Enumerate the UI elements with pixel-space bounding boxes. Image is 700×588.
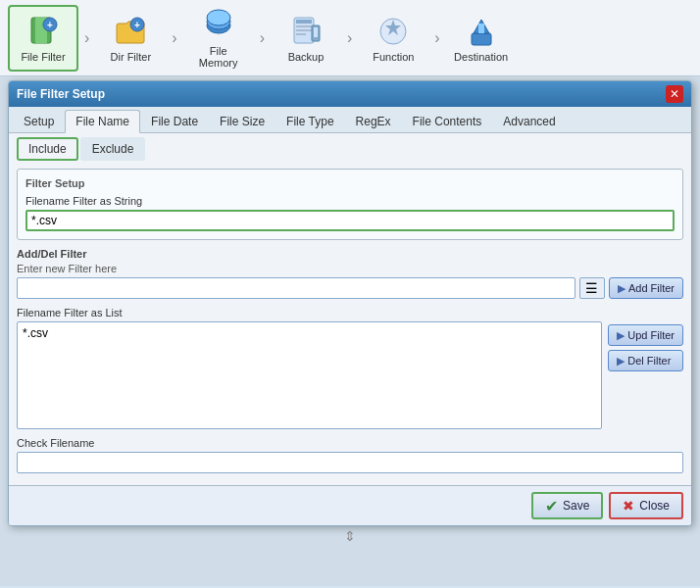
svg-rect-19 — [478, 24, 484, 33]
filename-filter-label: Filename Filter as String — [25, 195, 675, 207]
toolbar-label-function: Function — [373, 51, 414, 63]
arrow-5: › — [434, 29, 439, 47]
toolbar-item-destination[interactable]: Destination — [446, 5, 517, 72]
save-label: Save — [563, 499, 589, 513]
tab-advanced[interactable]: Advanced — [492, 110, 566, 132]
del-arrow-icon: ▶ — [617, 355, 625, 368]
filter-setup-section: Filter Setup Filename Filter as String — [17, 169, 683, 240]
upd-filter-button[interactable]: ▶ Upd Filter — [608, 324, 683, 346]
tab-file-type[interactable]: File Type — [275, 110, 344, 132]
arrow-1: › — [84, 29, 89, 47]
add-filter-row: ☰ ▶ Add Filter — [17, 277, 683, 299]
main-tab-bar: Setup File Name File Date File Size File… — [9, 107, 691, 133]
toolbar-item-dir-filter[interactable]: + Dir Filter — [95, 5, 166, 72]
toolbar-item-backup[interactable]: Backup — [271, 5, 341, 72]
save-button[interactable]: ✔ Save — [531, 492, 603, 519]
sub-tab-exclude[interactable]: Exclude — [80, 137, 146, 161]
svg-rect-13 — [296, 33, 306, 35]
add-del-title: Add/Del Filter — [17, 248, 683, 260]
list-icon-button[interactable]: ☰ — [579, 277, 605, 299]
toolbar-label-dir-filter: Dir Filter — [111, 51, 152, 63]
file-filter-dialog: File Filter Setup ✕ Setup File Name File… — [8, 80, 692, 526]
close-x-icon: ✖ — [623, 498, 634, 514]
filename-list-label: Filename Filter as List — [17, 307, 602, 318]
dialog-title: File Filter Setup — [17, 87, 105, 101]
svg-text:+: + — [134, 20, 140, 30]
dialog-titlebar: File Filter Setup ✕ — [9, 81, 691, 107]
list-area-row: Filename Filter as List *.csv ▶ Upd Filt… — [17, 307, 683, 429]
sub-tab-include[interactable]: Include — [17, 137, 78, 161]
list-item[interactable]: *.csv — [21, 325, 598, 341]
toolbar-label-destination: Destination — [454, 51, 508, 63]
check-filename-input[interactable] — [17, 452, 683, 473]
file-filter-icon: + — [25, 14, 61, 49]
arrow-3: › — [260, 29, 265, 47]
svg-point-8 — [207, 10, 230, 25]
close-button[interactable]: ✖ Close — [609, 492, 683, 519]
resize-handle[interactable]: ⇕ — [8, 526, 692, 546]
svg-rect-10 — [296, 20, 312, 24]
toolbar-item-file-filter[interactable]: + File Filter — [8, 5, 78, 72]
svg-text:+: + — [47, 20, 53, 30]
filename-filter-input[interactable] — [25, 210, 675, 231]
filename-list-box[interactable]: *.csv — [17, 321, 602, 429]
tab-setup[interactable]: Setup — [13, 110, 65, 132]
backup-icon — [288, 14, 324, 49]
toolbar-item-file-memory[interactable]: File Memory — [183, 5, 254, 72]
function-icon — [375, 14, 411, 49]
tab-file-name[interactable]: File Name — [65, 110, 140, 133]
new-filter-input[interactable] — [17, 277, 575, 299]
file-memory-icon — [201, 8, 236, 43]
upd-arrow-icon: ▶ — [617, 329, 625, 342]
dialog-bottom-bar: ✔ Save ✖ Close — [9, 485, 691, 525]
arrow-4: › — [347, 29, 352, 47]
action-buttons-column: ▶ Upd Filter ▶ Del Filter — [608, 307, 683, 429]
svg-rect-17 — [472, 33, 491, 45]
del-filter-button[interactable]: ▶ Del Filter — [608, 350, 683, 371]
list-column: Filename Filter as List *.csv — [17, 307, 602, 429]
add-filter-button[interactable]: ▶ Add Filter — [609, 277, 683, 299]
svg-rect-15 — [314, 27, 318, 37]
close-label: Close — [639, 499, 670, 513]
save-check-icon: ✔ — [545, 497, 558, 515]
dir-filter-icon: + — [113, 14, 148, 49]
check-filename-label: Check Filename — [17, 437, 683, 449]
tab-file-size[interactable]: File Size — [209, 110, 275, 132]
dialog-content: Filter Setup Filename Filter as String A… — [9, 161, 691, 485]
destination-icon — [464, 14, 499, 49]
toolbar-item-function[interactable]: Function — [358, 5, 428, 72]
toolbar: + File Filter › + Dir Filter › File Memo… — [0, 0, 700, 76]
check-section: Check Filename — [17, 437, 683, 473]
filter-setup-title: Filter Setup — [25, 177, 675, 189]
toolbar-label-file-filter: File Filter — [21, 51, 65, 63]
sub-tab-bar: Include Exclude — [9, 133, 691, 161]
toolbar-label-backup: Backup — [288, 51, 325, 63]
main-area: File Filter Setup ✕ Setup File Name File… — [0, 76, 700, 586]
add-del-section: Add/Del Filter Enter new Filter here ☰ ▶… — [17, 248, 683, 299]
add-arrow-icon: ▶ — [618, 282, 625, 295]
tab-regex[interactable]: RegEx — [345, 110, 402, 132]
svg-rect-12 — [296, 29, 312, 31]
dialog-close-button[interactable]: ✕ — [666, 85, 683, 103]
tab-file-date[interactable]: File Date — [140, 110, 209, 132]
toolbar-label-file-memory: File Memory — [189, 45, 248, 69]
arrow-2: › — [172, 29, 176, 47]
tab-file-contents[interactable]: File Contents — [402, 110, 493, 132]
add-del-sublabel: Enter new Filter here — [17, 263, 683, 274]
svg-rect-11 — [296, 25, 312, 27]
